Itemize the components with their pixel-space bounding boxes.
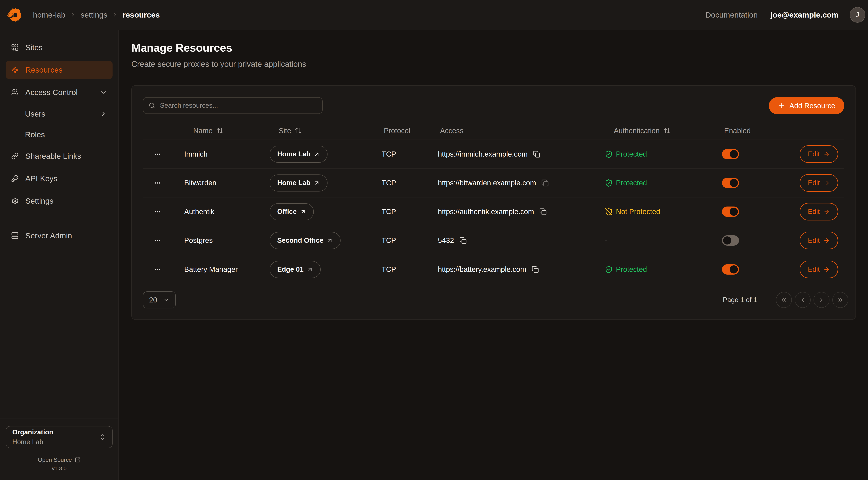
organization-selector[interactable]: Organization Home Lab: [6, 426, 113, 448]
edit-label: Edit: [808, 266, 820, 273]
sidebar-divider: [0, 218, 118, 218]
row-access: https://immich.example.com: [438, 150, 528, 158]
enabled-toggle[interactable]: [722, 264, 739, 275]
sidebar-item-shareable-links[interactable]: Shareable Links: [6, 147, 113, 165]
row-authentication: Protected: [605, 265, 722, 273]
chevron-right-icon: [70, 12, 75, 18]
copy-icon[interactable]: [532, 266, 539, 273]
sidebar-item-users[interactable]: Users: [6, 106, 113, 122]
header-name[interactable]: Name: [184, 127, 270, 135]
auth-label: Protected: [616, 150, 647, 158]
row-protocol: TCP: [382, 150, 438, 158]
arrow-right-icon: [823, 151, 830, 157]
site-link[interactable]: Edge 01: [270, 261, 321, 278]
page-size-value: 20: [149, 296, 157, 304]
pagination: 20 Page 1 of 1: [143, 291, 844, 308]
header-site[interactable]: Site: [270, 127, 382, 135]
site-label: Home Lab: [277, 179, 310, 187]
arrow-right-icon: [823, 237, 830, 244]
search-input[interactable]: [160, 102, 317, 109]
enabled-toggle[interactable]: [722, 235, 739, 246]
row-actions-button[interactable]: [143, 151, 184, 158]
documentation-link[interactable]: Documentation: [705, 10, 757, 19]
edit-button[interactable]: Edit: [800, 203, 838, 220]
enabled-toggle[interactable]: [722, 149, 739, 159]
chevron-right-icon: [818, 297, 825, 303]
enabled-toggle[interactable]: [722, 207, 739, 217]
sidebar-item-label: Shareable Links: [25, 152, 81, 160]
open-source-link[interactable]: Open Source: [6, 456, 113, 463]
chevrons-up-down-icon: [99, 433, 106, 441]
breadcrumb-resources[interactable]: resources: [123, 10, 160, 19]
page-title: Manage Resources: [131, 41, 856, 54]
edit-button[interactable]: Edit: [800, 174, 838, 192]
row-name: Bitwarden: [184, 179, 270, 187]
breadcrumb-org[interactable]: home-lab: [33, 10, 65, 19]
sort-icon: [663, 127, 671, 134]
chevron-right-icon: [112, 12, 118, 18]
edit-button[interactable]: Edit: [800, 145, 838, 163]
breadcrumb-settings[interactable]: settings: [81, 10, 107, 19]
row-protocol: TCP: [382, 236, 438, 244]
sidebar-item-api-keys[interactable]: API Keys: [6, 170, 113, 187]
chevron-down-icon: [100, 89, 107, 96]
ellipsis-icon: [154, 179, 161, 187]
copy-icon[interactable]: [539, 208, 547, 215]
copy-icon[interactable]: [541, 179, 549, 187]
site-label: Office: [277, 208, 297, 216]
ellipsis-icon: [154, 237, 161, 244]
table-row: Postgres Second Office TCP 5432 -: [143, 226, 844, 255]
edit-button[interactable]: Edit: [800, 232, 838, 249]
first-page-button[interactable]: [776, 292, 792, 308]
sidebar-item-sites[interactable]: Sites: [6, 38, 113, 57]
site-label: Home Lab: [277, 150, 310, 158]
sidebar-item-label: Server Admin: [25, 231, 72, 240]
arrow-up-right-icon: [314, 180, 320, 186]
sidebar-item-label: API Keys: [25, 174, 57, 183]
last-page-button[interactable]: [832, 292, 848, 308]
pangolin-logo-icon: [7, 8, 22, 22]
copy-icon[interactable]: [459, 237, 467, 244]
site-link[interactable]: Home Lab: [270, 146, 328, 163]
breadcrumb: home-lab settings resources: [33, 10, 160, 19]
sort-icon: [216, 127, 223, 134]
page-size-select[interactable]: 20: [143, 291, 176, 308]
toolbar: Add Resource: [143, 97, 844, 114]
row-actions-button[interactable]: [143, 266, 184, 273]
avatar[interactable]: J: [850, 7, 865, 23]
auth-label: -: [605, 236, 607, 244]
row-actions-button[interactable]: [143, 208, 184, 215]
enabled-toggle[interactable]: [722, 178, 739, 188]
copy-icon[interactable]: [533, 151, 540, 158]
sidebar-item-access-control[interactable]: Access Control: [6, 83, 113, 101]
table-row: Bitwarden Home Lab TCP https://bitwarden…: [143, 169, 844, 198]
header-protocol-label: Protocol: [384, 127, 410, 135]
prev-page-button[interactable]: [795, 292, 811, 308]
chevrons-left-icon: [781, 297, 787, 303]
sidebar-item-settings[interactable]: Settings: [6, 192, 113, 210]
site-link[interactable]: Second Office: [270, 232, 341, 249]
auth-label: Protected: [616, 179, 647, 187]
shield-off-icon: [605, 208, 613, 216]
row-actions-button[interactable]: [143, 179, 184, 187]
resources-icon: [11, 66, 19, 73]
page-subtitle: Create secure proxies to your private ap…: [131, 60, 856, 69]
next-page-button[interactable]: [813, 292, 830, 308]
user-email[interactable]: joe@example.com: [770, 10, 838, 19]
site-link[interactable]: Office: [270, 203, 314, 220]
sidebar-item-server-admin[interactable]: Server Admin: [6, 227, 113, 245]
sidebar-item-roles[interactable]: Roles: [6, 126, 113, 143]
row-actions-button[interactable]: [143, 237, 184, 244]
row-name: Immich: [184, 150, 270, 158]
add-resource-button[interactable]: Add Resource: [769, 97, 844, 114]
edit-button[interactable]: Edit: [800, 261, 838, 278]
resources-table: Name Site Protocol Access Authentication…: [143, 122, 844, 284]
external-link-icon: [75, 457, 81, 463]
site-link[interactable]: Home Lab: [270, 175, 328, 191]
header-authentication[interactable]: Authentication: [605, 127, 722, 135]
sidebar-item-label: Access Control: [25, 88, 78, 97]
chevrons-right-icon: [837, 297, 844, 303]
sidebar-item-resources[interactable]: Resources: [6, 61, 113, 79]
chevron-right-icon: [100, 110, 107, 117]
open-source-label: Open Source: [38, 456, 72, 463]
